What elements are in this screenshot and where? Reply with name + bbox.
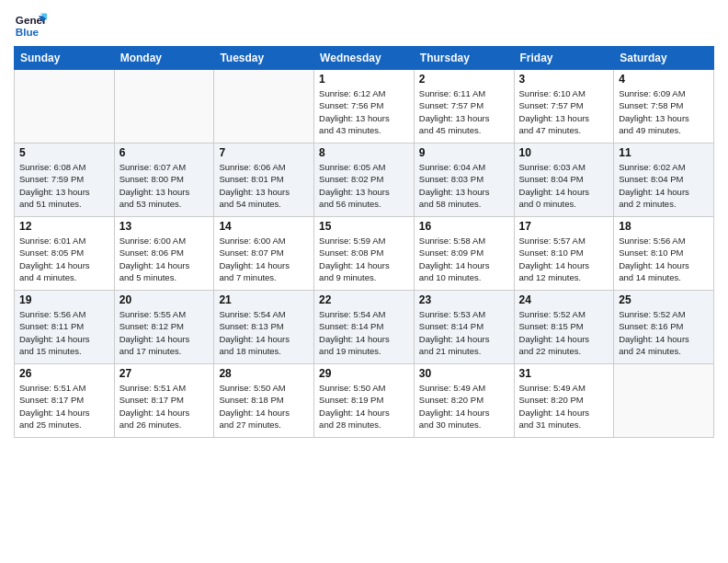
calendar-cell: 31Sunrise: 5:49 AM Sunset: 8:20 PM Dayli… [514,364,614,438]
calendar-cell [114,70,214,144]
calendar-week-row: 19Sunrise: 5:56 AM Sunset: 8:11 PM Dayli… [15,291,714,364]
day-number: 9 [419,146,509,159]
calendar-week-row: 26Sunrise: 5:51 AM Sunset: 8:17 PM Dayli… [15,364,714,438]
calendar-cell: 11Sunrise: 6:02 AM Sunset: 8:04 PM Dayli… [614,144,714,217]
day-number: 15 [319,220,409,233]
calendar-week-row: 1Sunrise: 6:12 AM Sunset: 7:56 PM Daylig… [15,70,714,144]
weekday-header-wednesday: Wednesday [314,47,415,70]
day-info: Sunrise: 5:50 AM Sunset: 8:19 PM Dayligh… [319,382,409,431]
calendar-cell: 13Sunrise: 6:00 AM Sunset: 8:06 PM Dayli… [114,217,214,291]
day-number: 3 [519,73,609,86]
day-info: Sunrise: 5:55 AM Sunset: 8:12 PM Dayligh… [119,308,210,357]
weekday-header-row: SundayMondayTuesdayWednesdayThursdayFrid… [15,47,714,70]
calendar-cell: 14Sunrise: 6:00 AM Sunset: 8:07 PM Dayli… [214,217,314,291]
day-info: Sunrise: 6:09 AM Sunset: 7:58 PM Dayligh… [619,87,709,136]
day-number: 23 [419,293,509,306]
calendar-cell: 6Sunrise: 6:07 AM Sunset: 8:00 PM Daylig… [114,144,214,217]
weekday-header-friday: Friday [514,47,614,70]
calendar-cell: 9Sunrise: 6:04 AM Sunset: 8:03 PM Daylig… [414,144,514,217]
calendar-cell: 26Sunrise: 5:51 AM Sunset: 8:17 PM Dayli… [15,364,115,438]
calendar-cell: 18Sunrise: 5:56 AM Sunset: 8:10 PM Dayli… [614,217,714,291]
day-info: Sunrise: 6:12 AM Sunset: 7:56 PM Dayligh… [319,87,409,136]
calendar-cell: 20Sunrise: 5:55 AM Sunset: 8:12 PM Dayli… [114,291,214,364]
day-number: 27 [119,367,210,380]
day-info: Sunrise: 6:00 AM Sunset: 8:07 PM Dayligh… [219,235,309,283]
calendar-cell: 15Sunrise: 5:59 AM Sunset: 8:08 PM Dayli… [314,217,415,291]
day-info: Sunrise: 6:07 AM Sunset: 8:00 PM Dayligh… [119,161,210,210]
day-info: Sunrise: 5:56 AM Sunset: 8:11 PM Dayligh… [19,308,109,357]
day-number: 17 [519,220,609,233]
day-number: 8 [319,146,409,159]
day-number: 20 [119,293,210,306]
day-number: 6 [119,146,210,159]
day-info: Sunrise: 5:59 AM Sunset: 8:08 PM Dayligh… [319,235,409,283]
day-number: 16 [419,220,509,233]
day-number: 25 [619,293,709,306]
day-number: 10 [519,146,609,159]
day-number: 5 [19,146,109,159]
day-number: 30 [419,367,509,380]
day-info: Sunrise: 6:11 AM Sunset: 7:57 PM Dayligh… [419,87,509,136]
day-info: Sunrise: 5:52 AM Sunset: 8:15 PM Dayligh… [519,308,609,357]
day-info: Sunrise: 5:57 AM Sunset: 8:10 PM Dayligh… [519,235,609,283]
day-info: Sunrise: 5:54 AM Sunset: 8:13 PM Dayligh… [219,308,309,357]
day-info: Sunrise: 6:01 AM Sunset: 8:05 PM Dayligh… [19,235,109,283]
day-number: 24 [519,293,609,306]
day-info: Sunrise: 6:06 AM Sunset: 8:01 PM Dayligh… [219,161,309,210]
day-number: 4 [619,73,709,86]
day-info: Sunrise: 5:50 AM Sunset: 8:18 PM Dayligh… [219,382,309,431]
day-info: Sunrise: 6:10 AM Sunset: 7:57 PM Dayligh… [519,87,609,136]
header: General Blue [14,9,714,42]
day-info: Sunrise: 5:51 AM Sunset: 8:17 PM Dayligh… [19,382,109,431]
day-info: Sunrise: 5:58 AM Sunset: 8:09 PM Dayligh… [419,235,509,283]
calendar-cell: 4Sunrise: 6:09 AM Sunset: 7:58 PM Daylig… [614,70,714,144]
weekday-header-saturday: Saturday [614,47,714,70]
day-info: Sunrise: 6:05 AM Sunset: 8:02 PM Dayligh… [319,161,409,210]
logo-icon: General Blue [14,9,47,42]
day-number: 31 [519,367,609,380]
page-container: General Blue SundayMondayTuesdayWednesda… [0,0,728,442]
day-info: Sunrise: 6:04 AM Sunset: 8:03 PM Dayligh… [419,161,509,210]
day-info: Sunrise: 5:52 AM Sunset: 8:16 PM Dayligh… [619,308,709,357]
day-number: 7 [219,146,309,159]
calendar-cell: 24Sunrise: 5:52 AM Sunset: 8:15 PM Dayli… [514,291,614,364]
day-number: 22 [319,293,409,306]
weekday-header-tuesday: Tuesday [214,47,314,70]
calendar-cell: 2Sunrise: 6:11 AM Sunset: 7:57 PM Daylig… [414,70,514,144]
day-number: 19 [19,293,109,306]
day-number: 29 [319,367,409,380]
day-info: Sunrise: 5:53 AM Sunset: 8:14 PM Dayligh… [419,308,509,357]
calendar-table: SundayMondayTuesdayWednesdayThursdayFrid… [14,46,714,438]
day-number: 14 [219,220,309,233]
svg-text:Blue: Blue [16,26,40,38]
day-number: 2 [419,73,509,86]
calendar-cell: 29Sunrise: 5:50 AM Sunset: 8:19 PM Dayli… [314,364,415,438]
calendar-cell: 30Sunrise: 5:49 AM Sunset: 8:20 PM Dayli… [414,364,514,438]
logo: General Blue [14,9,47,42]
calendar-cell: 8Sunrise: 6:05 AM Sunset: 8:02 PM Daylig… [314,144,415,217]
calendar-cell [15,70,115,144]
calendar-cell: 3Sunrise: 6:10 AM Sunset: 7:57 PM Daylig… [514,70,614,144]
calendar-cell: 12Sunrise: 6:01 AM Sunset: 8:05 PM Dayli… [15,217,115,291]
calendar-week-row: 5Sunrise: 6:08 AM Sunset: 7:59 PM Daylig… [15,144,714,217]
day-info: Sunrise: 5:49 AM Sunset: 8:20 PM Dayligh… [419,382,509,431]
weekday-header-monday: Monday [114,47,214,70]
calendar-cell: 28Sunrise: 5:50 AM Sunset: 8:18 PM Dayli… [214,364,314,438]
day-info: Sunrise: 6:03 AM Sunset: 8:04 PM Dayligh… [519,161,609,210]
calendar-cell: 10Sunrise: 6:03 AM Sunset: 8:04 PM Dayli… [514,144,614,217]
day-info: Sunrise: 5:54 AM Sunset: 8:14 PM Dayligh… [319,308,409,357]
calendar-cell: 1Sunrise: 6:12 AM Sunset: 7:56 PM Daylig… [314,70,415,144]
calendar-cell: 16Sunrise: 5:58 AM Sunset: 8:09 PM Dayli… [414,217,514,291]
weekday-header-thursday: Thursday [414,47,514,70]
day-number: 11 [619,146,709,159]
weekday-header-sunday: Sunday [15,47,115,70]
day-number: 28 [219,367,309,380]
calendar-cell: 27Sunrise: 5:51 AM Sunset: 8:17 PM Dayli… [114,364,214,438]
calendar-cell: 22Sunrise: 5:54 AM Sunset: 8:14 PM Dayli… [314,291,415,364]
calendar-cell: 25Sunrise: 5:52 AM Sunset: 8:16 PM Dayli… [614,291,714,364]
day-number: 1 [319,73,409,86]
day-number: 26 [19,367,109,380]
calendar-week-row: 12Sunrise: 6:01 AM Sunset: 8:05 PM Dayli… [15,217,714,291]
calendar-cell: 17Sunrise: 5:57 AM Sunset: 8:10 PM Dayli… [514,217,614,291]
day-info: Sunrise: 6:08 AM Sunset: 7:59 PM Dayligh… [19,161,109,210]
